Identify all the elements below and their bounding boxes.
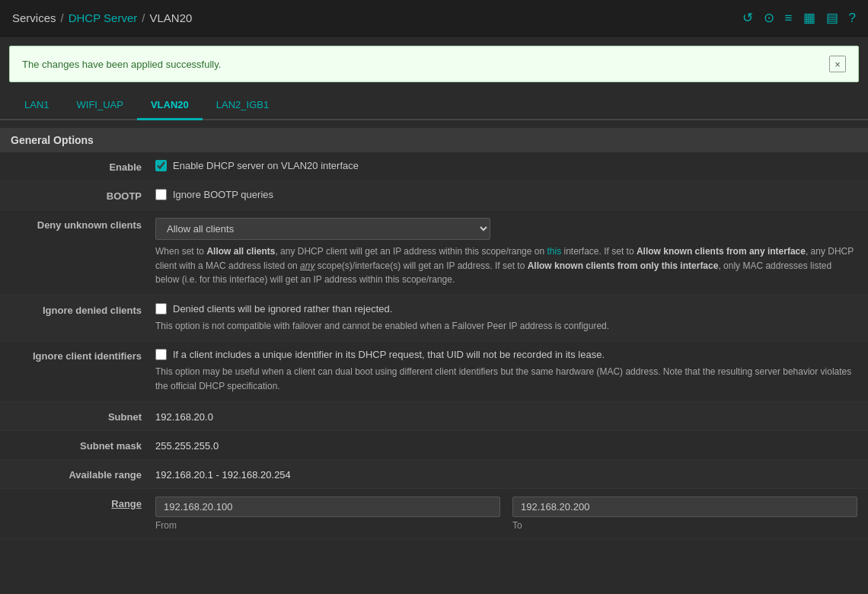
checkbox-ignore-denied-label: Denied clients will be ignored rather th… (173, 303, 392, 315)
value-subnet-mask: 255.255.255.0 (155, 439, 857, 452)
label-subnet-mask: Subnet mask (11, 439, 155, 452)
breadcrumb-services: Services (12, 11, 56, 24)
content-ignore-denied: Denied clients will be ignored rather th… (155, 303, 857, 334)
range-from-label: From (155, 520, 500, 531)
content-range: From To (155, 497, 857, 531)
list-icon[interactable]: ≡ (785, 11, 793, 26)
ignore-identifiers-info: This option may be useful when a client … (155, 365, 857, 393)
label-ignore-identifiers: Ignore client identifiers (11, 349, 155, 362)
range-from-input[interactable] (155, 497, 500, 517)
checkbox-enable-label: Enable DHCP server on VLAN20 interface (173, 160, 359, 171)
alert-message: The changes have been applied successful… (22, 59, 221, 70)
breadcrumb-vlan20: VLAN20 (149, 11, 192, 24)
chart-icon[interactable]: ▦ (803, 10, 815, 26)
label-bootp: BOOTP (11, 189, 155, 202)
content-ignore-identifiers: If a client includes a unique identifier… (155, 349, 857, 393)
alert-success: The changes have been applied successful… (9, 46, 859, 82)
breadcrumb-sep1: / (61, 11, 64, 24)
form-row-range: Range From To (0, 489, 868, 539)
form-row-ignore-identifiers: Ignore client identifiers If a client in… (0, 341, 868, 401)
form-row-subnet: Subnet 192.168.20.0 (0, 402, 868, 431)
label-enable: Enable (11, 160, 155, 173)
breadcrumb: Services / DHCP Server / VLAN20 (12, 11, 192, 24)
content-enable: Enable DHCP server on VLAN20 interface (155, 160, 857, 171)
range-inputs: From To (155, 497, 857, 531)
range-to-input[interactable] (512, 497, 857, 517)
breadcrumb-dhcp-server[interactable]: DHCP Server (69, 11, 138, 24)
tab-vlan20[interactable]: VLAN20 (137, 91, 203, 120)
ignore-denied-info: This option is not compatible with failo… (155, 319, 857, 334)
value-subnet: 192.168.20.0 (155, 410, 857, 423)
content-subnet: 192.168.20.0 (155, 410, 857, 423)
checkbox-ignore-identifiers[interactable] (155, 349, 167, 360)
content-subnet-mask: 255.255.255.0 (155, 439, 857, 452)
header-icons: ↺ ⊙ ≡ ▦ ▤ ? (742, 10, 856, 26)
form-row-deny-unknown: Deny unknown clients Allow all clients A… (0, 210, 868, 295)
tab-wifi-uap[interactable]: WIFI_UAP (63, 91, 137, 120)
label-ignore-denied: Ignore denied clients (11, 303, 155, 316)
label-subnet: Subnet (11, 410, 155, 423)
label-deny-unknown: Deny unknown clients (11, 218, 155, 231)
checkbox-bootp[interactable] (155, 189, 167, 200)
checkbox-ignore-denied[interactable] (155, 303, 167, 315)
checkbox-ignore-identifiers-label: If a client includes a unique identifier… (173, 349, 605, 360)
circle-icon[interactable]: ⊙ (764, 10, 774, 26)
section-general-options: General Options (0, 128, 868, 152)
form-row-ignore-denied: Ignore denied clients Denied clients wil… (0, 295, 868, 342)
refresh-icon[interactable]: ↺ (742, 10, 753, 26)
content-bootp: Ignore BOOTP queries (155, 189, 857, 200)
value-available-range: 192.168.20.1 - 192.168.20.254 (155, 468, 857, 481)
range-to-field: To (512, 497, 857, 531)
form-row-enable: Enable Enable DHCP server on VLAN20 inte… (0, 152, 868, 181)
checkbox-bootp-label: Ignore BOOTP queries (173, 189, 273, 200)
form-row-available-range: Available range 192.168.20.1 - 192.168.2… (0, 460, 868, 489)
table-icon[interactable]: ▤ (826, 10, 838, 26)
content-deny-unknown: Allow all clients Allow known clients fr… (155, 218, 857, 287)
range-to-label: To (512, 520, 857, 531)
form-row-subnet-mask: Subnet mask 255.255.255.0 (0, 431, 868, 460)
label-range: Range (11, 497, 155, 509)
form-row-bootp: BOOTP Ignore BOOTP queries (0, 181, 868, 210)
help-icon[interactable]: ? (849, 11, 856, 26)
deny-unknown-description: When set to Allow all clients, any DHCP … (155, 244, 857, 287)
tabs-bar: LAN1 WIFI_UAP VLAN20 LAN2_IGB1 (0, 91, 868, 120)
tab-lan1[interactable]: LAN1 (11, 91, 63, 120)
header: Services / DHCP Server / VLAN20 ↺ ⊙ ≡ ▦ … (0, 0, 868, 37)
breadcrumb-sep2: / (142, 11, 145, 24)
select-deny-unknown[interactable]: Allow all clients Allow known clients fr… (155, 218, 490, 240)
checkbox-enable[interactable] (155, 160, 167, 171)
tab-lan2-igb1[interactable]: LAN2_IGB1 (203, 91, 282, 120)
range-from-field: From (155, 497, 500, 531)
label-available-range: Available range (11, 468, 155, 481)
alert-close-button[interactable]: × (829, 56, 846, 72)
content-available-range: 192.168.20.1 - 192.168.20.254 (155, 468, 857, 481)
